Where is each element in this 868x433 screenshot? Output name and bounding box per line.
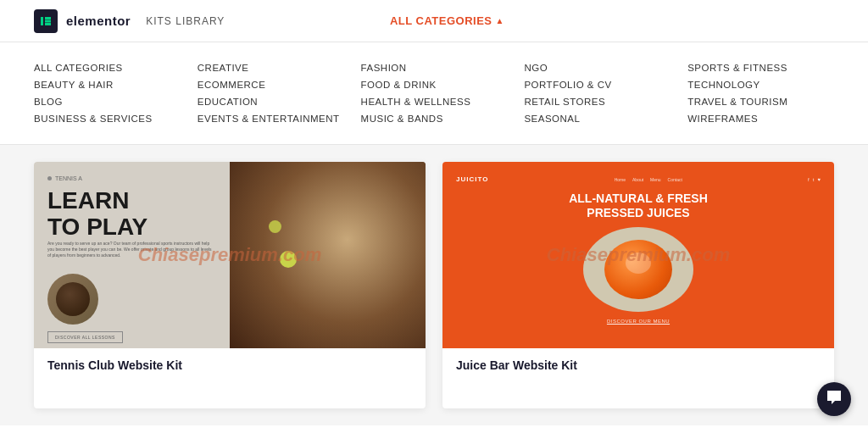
juice-card-title: Juice Bar Website Kit <box>456 358 821 372</box>
categories-dropdown: ALL CATEGORIES BEAUTY & HAIR BLOG BUSINE… <box>0 42 868 145</box>
menu-item-business-services[interactable]: BUSINESS & SERVICES <box>34 110 181 127</box>
menu-item-education[interactable]: EDUCATION <box>198 93 344 110</box>
tennis-cta-button[interactable]: DISCOVER ALL LESSONS <box>47 331 123 343</box>
tennis-left-panel: TENNIS A LEARN TO PLAY Are you ready to … <box>34 162 230 348</box>
menu-item-ngo[interactable]: NGO <box>524 59 670 76</box>
tennis-card-title: Tennis Club Website Kit <box>47 358 412 372</box>
menu-item-events-entertainment[interactable]: EVENTS & ENTERTAINMENT <box>198 110 344 127</box>
tennis-desc: Are you ready to serve up an ace? Our te… <box>47 241 216 258</box>
menu-item-technology[interactable]: TECHNOLOGY <box>687 76 834 93</box>
juice-headline: ALL-NATURAL & FRESH PRESSED JUICES <box>569 192 708 220</box>
menu-column-2: CREATIVE ECOMMERCE EDUCATION EVENTS & EN… <box>198 59 344 127</box>
menu-item-blog[interactable]: BLOG <box>34 93 181 110</box>
juice-social-icons: ft♥ <box>808 177 821 182</box>
menu-item-portfolio-cv[interactable]: PORTFOLIO & CV <box>524 76 670 93</box>
juice-card-footer: Juice Bar Website Kit <box>442 348 834 382</box>
svg-rect-2 <box>45 19 51 22</box>
logo-area: elementor KITS LIBRARY <box>34 9 225 33</box>
svg-rect-3 <box>45 23 51 25</box>
tennis-card[interactable]: Chiasepremium.com TENNIS A LEARN TO PLAY <box>34 162 426 408</box>
menu-item-seasonal[interactable]: SEASONAL <box>524 110 670 127</box>
menu-item-food-drink[interactable]: FOOD & DRINK <box>361 76 508 93</box>
tennis-brand: TENNIS A <box>47 175 216 181</box>
menu-item-wireframes[interactable]: WIREFRAMES <box>687 110 834 127</box>
menu-column-5: SPORTS & FITNESS TECHNOLOGY TRAVEL & TOU… <box>687 59 834 127</box>
main-content: Chiasepremium.com TENNIS A LEARN TO PLAY <box>0 145 868 425</box>
menu-column-1: ALL CATEGORIES BEAUTY & HAIR BLOG BUSINE… <box>34 59 181 127</box>
juice-nav: JUICITO Home About Menu Contact ft♥ <box>456 175 821 183</box>
tennis-right-panel <box>230 162 426 348</box>
elementor-logo-icon <box>34 9 58 33</box>
menu-item-sports-fitness[interactable]: SPORTS & FITNESS <box>687 59 834 76</box>
menu-item-creative[interactable]: CREATIVE <box>198 59 344 76</box>
tennis-ball-image <box>47 274 98 325</box>
menu-item-beauty-hair[interactable]: BEAUTY & HAIR <box>34 76 181 93</box>
juice-discover-link[interactable]: DISCOVER OUR MENU <box>607 319 670 324</box>
chat-button[interactable] <box>817 382 851 416</box>
kits-library-label: KITS LIBRARY <box>146 15 225 27</box>
tennis-card-footer: Tennis Club Website Kit <box>34 348 426 382</box>
chat-icon <box>826 389 843 410</box>
caret-icon: ▲ <box>496 16 504 25</box>
menu-item-retail-stores[interactable]: RETAIL STORES <box>524 93 670 110</box>
all-categories-button[interactable]: ALL CATEGORIES ▲ <box>390 14 504 27</box>
menu-item-health-wellness[interactable]: HEALTH & WELLNESS <box>361 93 508 110</box>
menu-item-ecommerce[interactable]: ECOMMERCE <box>198 76 344 93</box>
menu-column-3: FASHION FOOD & DRINK HEALTH & WELLNESS M… <box>361 59 508 127</box>
menu-item-travel-tourism[interactable]: TRAVEL & TOURISM <box>687 93 834 110</box>
menu-item-fashion[interactable]: FASHION <box>361 59 508 76</box>
svg-rect-1 <box>45 17 51 19</box>
juice-nav-links: Home About Menu Contact <box>615 177 682 182</box>
orange-fruit <box>604 240 672 299</box>
svg-rect-0 <box>41 17 43 25</box>
juice-card[interactable]: Chiasepremium.com JUICITO Home About Men… <box>442 162 834 408</box>
menu-item-all-categories[interactable]: ALL CATEGORIES <box>34 59 181 76</box>
juice-image <box>583 227 693 312</box>
juice-logo: JUICITO <box>456 175 488 183</box>
juice-card-preview: Chiasepremium.com JUICITO Home About Men… <box>442 162 834 348</box>
elementor-logo-text: elementor <box>66 14 131 28</box>
menu-item-music-bands[interactable]: MUSIC & BANDS <box>361 110 508 127</box>
tennis-card-preview: Chiasepremium.com TENNIS A LEARN TO PLAY <box>34 162 426 348</box>
menu-column-4: NGO PORTFOLIO & CV RETAIL STORES SEASONA… <box>524 59 670 127</box>
header: elementor KITS LIBRARY ALL CATEGORIES ▲ <box>0 0 868 42</box>
tennis-headline: LEARN TO PLAY <box>47 188 216 241</box>
